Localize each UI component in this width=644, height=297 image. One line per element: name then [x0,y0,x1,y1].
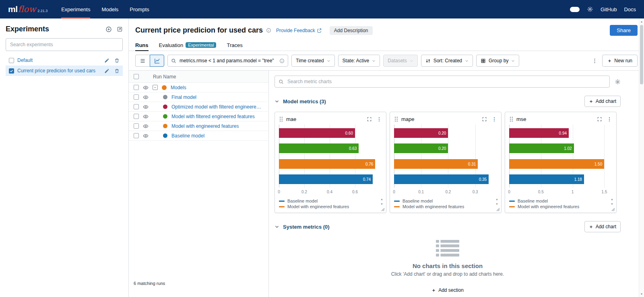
experiment-item-default[interactable]: Default [6,55,123,66]
bar-optimized-model-with-filtered-engineered-features[interactable]: 0.60 [279,128,355,138]
delete-trash-icon[interactable] [114,68,120,74]
legend-label[interactable]: Model with engineered features [287,204,349,209]
legend-label[interactable]: Model with engineered features [402,204,464,209]
visibility-eye-icon[interactable] [143,123,149,129]
new-experiment-icon[interactable] [105,26,112,33]
expand-chart-icon[interactable] [597,117,602,122]
bar-model-with-engineered-features[interactable]: 1.50 [509,159,604,169]
experiment-label[interactable]: Default [17,57,101,63]
runs-filter-input[interactable] [179,57,277,64]
add-chart-button[interactable]: Add chart [584,96,621,107]
scrollbar-up-arrow[interactable]: ▲ [640,19,643,24]
scroll-up-icon[interactable]: ▲ [380,198,383,201]
group-name-link[interactable]: Models [171,85,186,90]
chart-menu-icon[interactable] [491,117,497,122]
section-chevron-down-icon[interactable] [275,224,279,229]
time-created-dropdown[interactable]: Time created [291,55,335,67]
legend-label[interactable]: Baseline model [518,199,548,203]
bar-model-with-engineered-features[interactable]: 0.76 [279,159,375,169]
chart-view-icon[interactable] [150,55,164,67]
resize-handle-icon[interactable] [381,208,385,211]
legend-label[interactable]: Baseline model [402,199,433,203]
filter-info-icon[interactable] [279,58,285,63]
share-button[interactable]: Share [610,25,638,36]
experiments-search-input[interactable] [6,38,123,51]
row-checkbox[interactable] [134,94,139,100]
nav-experiments[interactable]: Experiments [61,0,90,18]
scrollbar-thumb[interactable] [640,25,643,84]
docs-link[interactable]: Docs [624,6,636,12]
add-chart-button[interactable]: Add chart [584,221,621,232]
nav-models[interactable]: Models [101,0,118,18]
bar-model-with-engineered-features[interactable]: 0.31 [394,159,478,169]
state-dropdown[interactable]: State: Active [338,55,380,67]
toolbar-menu-icon[interactable] [590,58,599,64]
resize-handle-icon[interactable] [496,208,500,211]
visibility-eye-icon[interactable] [143,114,149,119]
run-name-link[interactable]: Baseline model [171,133,204,139]
resize-handle-icon[interactable] [611,208,615,211]
legend-label[interactable]: Baseline model [287,199,318,203]
list-view-icon[interactable] [135,55,150,67]
row-checkbox[interactable] [134,133,139,138]
provide-feedback-link[interactable]: Provide Feedback [276,28,322,33]
run-name-link[interactable]: Final model [171,94,196,100]
scroll-down-icon[interactable]: ▼ [611,203,613,205]
new-run-button[interactable]: New run [602,55,638,67]
open-in-new-icon[interactable] [117,26,123,32]
theme-toggle-icon[interactable] [570,7,580,12]
scroll-up-icon[interactable]: ▲ [495,198,498,201]
bar-model-with-filtered-engineered-features[interactable]: 0.20 [394,143,448,153]
add-section-button[interactable]: Add section [431,287,464,293]
collapse-group-icon[interactable]: − [153,85,158,90]
scroll-down-icon[interactable]: ▼ [495,203,498,205]
drag-handle-icon[interactable] [509,116,513,122]
run-name-link[interactable]: Model with engineered features [171,123,239,129]
row-checkbox[interactable] [134,114,139,119]
charts-settings-gear-icon[interactable] [615,79,621,85]
legend-label[interactable]: Model with engineered features [518,204,579,209]
mlflow-logo[interactable]: ml flow 2.21.3 [8,4,47,14]
expand-chart-icon[interactable] [367,117,372,122]
datasets-dropdown[interactable]: Datasets [383,55,417,67]
run-name-link[interactable]: Optimized model with filtered engineered… [171,104,264,110]
chart-menu-icon[interactable] [376,117,382,122]
experiment-checkbox[interactable] [9,58,14,63]
experiment-item-current[interactable]: Current price predicion for used cars [6,66,123,76]
bar-model-with-filtered-engineered-features[interactable]: 0.63 [279,143,359,153]
nav-prompts[interactable]: Prompts [130,0,149,18]
metric-charts-search-input[interactable] [287,78,606,85]
visibility-eye-icon[interactable] [143,104,149,110]
info-icon[interactable] [266,28,271,33]
select-all-checkbox[interactable] [134,74,139,79]
experiment-label[interactable]: Current price predicion for used cars [17,68,101,74]
drag-handle-icon[interactable] [279,116,283,122]
scroll-down-icon[interactable]: ▼ [380,203,383,205]
bar-baseline-model[interactable]: 0.74 [279,174,373,184]
github-link[interactable]: GitHub [601,6,617,12]
section-chevron-down-icon[interactable] [275,99,279,104]
add-description-button[interactable]: Add Description [330,26,373,35]
chart-menu-icon[interactable] [607,117,612,122]
row-checkbox[interactable] [134,104,139,109]
experiment-checkbox[interactable] [9,68,14,74]
drag-handle-icon[interactable] [394,116,398,122]
bar-optimized-model-with-filtered-engineered-features[interactable]: 0.20 [394,128,448,138]
row-checkbox[interactable] [134,123,139,129]
bar-model-with-filtered-engineered-features[interactable]: 1.02 [509,143,574,153]
tab-traces[interactable]: Traces [227,40,242,51]
scroll-up-icon[interactable]: ▲ [611,198,613,201]
tab-evaluation[interactable]: Evaluation Experimental [159,40,217,51]
edit-pencil-icon[interactable] [104,58,109,63]
sort-dropdown[interactable]: Sort: Created [421,55,473,67]
bar-baseline-model[interactable]: 1.18 [509,174,584,184]
edit-pencil-icon[interactable] [104,68,109,74]
visibility-eye-icon[interactable] [143,94,149,100]
bar-optimized-model-with-filtered-engineered-features[interactable]: 0.94 [509,128,569,138]
row-checkbox[interactable] [134,85,139,90]
bar-baseline-model[interactable]: 0.35 [394,174,489,184]
settings-gear-icon[interactable] [587,6,593,12]
scrollbar-down-arrow[interactable]: ▼ [640,292,643,296]
visibility-eye-icon[interactable] [143,85,149,90]
delete-trash-icon[interactable] [114,58,120,63]
